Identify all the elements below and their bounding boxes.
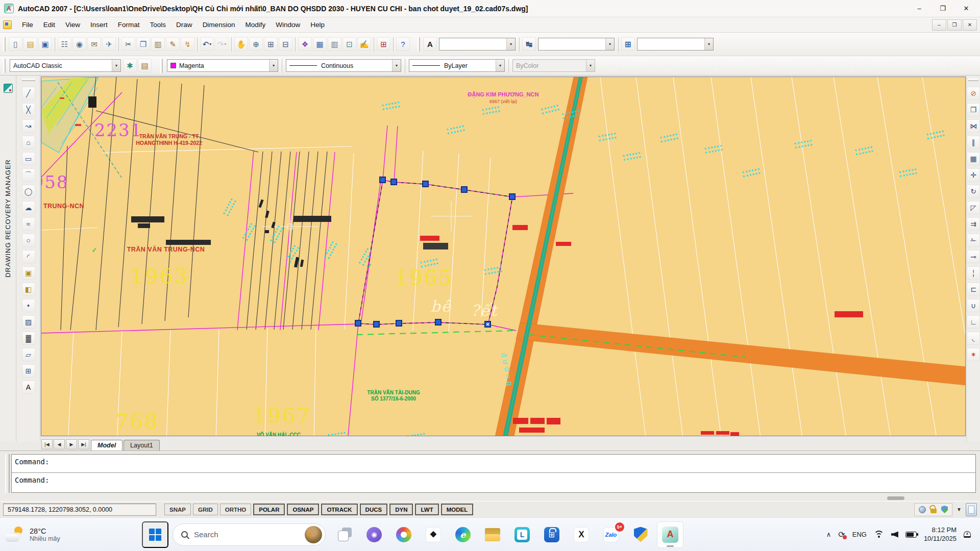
- status-toggle-polar[interactable]: POLAR: [253, 504, 285, 515]
- language-indicator[interactable]: ENG: [852, 531, 867, 538]
- text-style-button[interactable]: A: [423, 37, 437, 51]
- menu-file[interactable]: File: [17, 19, 38, 31]
- copy-button[interactable]: ❐: [136, 37, 150, 51]
- close-button[interactable]: ✕: [954, 1, 978, 16]
- status-toggle-ortho[interactable]: ORTHO: [220, 504, 252, 515]
- break-at-point-button[interactable]: ¦: [967, 266, 980, 280]
- copy-object-button[interactable]: ❐: [967, 103, 980, 116]
- wifi-icon[interactable]: [874, 531, 884, 538]
- join-button[interactable]: ∪: [967, 299, 980, 312]
- save-file-button[interactable]: ▣: [38, 37, 52, 51]
- offset-button[interactable]: ∥: [967, 136, 980, 149]
- toolbar-drag-handle[interactable]: [968, 79, 978, 81]
- color-control-select[interactable]: Magenta▾: [167, 59, 278, 72]
- explode-button[interactable]: ✶: [967, 348, 980, 361]
- markup-set-manager-button[interactable]: ✍: [357, 37, 371, 51]
- publish-button[interactable]: ✉: [87, 37, 101, 51]
- windows-security-taskbar-button[interactable]: [627, 521, 654, 548]
- gradient-button[interactable]: ▓: [22, 332, 35, 345]
- scale-button[interactable]: ◸: [967, 201, 980, 214]
- status-toggle-dyn[interactable]: DYN: [389, 504, 413, 515]
- table-style-button[interactable]: ⊞: [621, 37, 635, 51]
- match-properties-button[interactable]: ✎: [166, 37, 180, 51]
- line-button[interactable]: ╱: [22, 87, 35, 100]
- microsoft-store-taskbar-button[interactable]: ⊞: [538, 521, 565, 548]
- zoom-window-button[interactable]: ⊞: [264, 37, 278, 51]
- search-box[interactable]: Search: [173, 523, 326, 546]
- menu-insert[interactable]: Insert: [85, 19, 113, 31]
- mdi-minimize-button[interactable]: –: [932, 19, 946, 31]
- file-explorer-taskbar-button[interactable]: [479, 521, 506, 548]
- toolbar-drag-handle[interactable]: [418, 37, 420, 52]
- trim-button[interactable]: ✁: [967, 234, 980, 247]
- status-toggle-model[interactable]: MODEL: [441, 504, 474, 515]
- drawing-canvas[interactable]: 2231958196319657681967TRẦN VĂN TRUNG - T…: [41, 77, 966, 436]
- notification-bell-icon[interactable]: [964, 531, 971, 538]
- trusted-dwg-icon[interactable]: [941, 506, 948, 513]
- toolbar-lock-icon[interactable]: [930, 509, 937, 513]
- text-style-select[interactable]: ▾: [439, 38, 516, 51]
- clean-screen-button[interactable]: [966, 503, 977, 516]
- communication-center-icon[interactable]: [919, 506, 926, 513]
- selection-grip[interactable]: [390, 179, 397, 185]
- zalo-taskbar-button[interactable]: Zalo5+: [598, 521, 624, 548]
- command-resize-handle[interactable]: [887, 496, 904, 500]
- tool-palettes-button[interactable]: ▥: [328, 37, 341, 51]
- status-toggle-otrack[interactable]: OTRACK: [321, 504, 357, 515]
- menu-dimension[interactable]: Dimension: [198, 19, 240, 31]
- start-button[interactable]: [142, 521, 168, 548]
- selection-grip-hot[interactable]: ✕: [484, 321, 491, 328]
- hidden-icons-chevron-icon[interactable]: ∧: [826, 531, 831, 538]
- chamfer-button[interactable]: ∟: [967, 315, 980, 329]
- tab-nav-button-0[interactable]: |◀: [41, 439, 53, 449]
- paste-button[interactable]: ▥: [151, 37, 165, 51]
- tab-nav-button-2[interactable]: ▶: [66, 439, 77, 449]
- toolbar-drag-handle[interactable]: [3, 59, 6, 73]
- tab-nav-button-3[interactable]: ▶|: [78, 439, 89, 449]
- status-toggle-snap[interactable]: SNAP: [164, 504, 191, 515]
- selection-grip[interactable]: [355, 320, 361, 327]
- ellipse-arc-button[interactable]: ◜: [22, 250, 35, 263]
- make-block-button[interactable]: ◧: [22, 283, 35, 296]
- plot-preview-button[interactable]: ◉: [72, 37, 86, 51]
- table-button[interactable]: ⊞: [22, 364, 35, 378]
- my-workspace-button[interactable]: ▤: [138, 59, 152, 72]
- maximize-restore-button[interactable]: ❐: [931, 1, 954, 16]
- tab-model[interactable]: Model: [91, 440, 122, 451]
- designcenter-button[interactable]: ▦: [313, 37, 327, 51]
- mdi-restore-button[interactable]: ❐: [947, 19, 962, 31]
- menu-format[interactable]: Format: [113, 19, 145, 31]
- autocad-taskbar-button[interactable]: A: [657, 521, 683, 548]
- region-button[interactable]: ▱: [22, 348, 35, 361]
- rectangle-button[interactable]: ▭: [22, 152, 35, 165]
- tab-nav-button-1[interactable]: ◀: [54, 439, 65, 449]
- menu-edit[interactable]: Edit: [38, 19, 60, 31]
- x-app-taskbar-button[interactable]: Ⅹ: [568, 521, 595, 548]
- task-view-taskbar-button[interactable]: [331, 521, 358, 548]
- command-window-grip[interactable]: [5, 454, 10, 493]
- extend-button[interactable]: ⊸: [967, 250, 980, 263]
- fillet-button[interactable]: ◟: [967, 332, 980, 345]
- sheet-set-manager-button[interactable]: ⊡: [342, 37, 356, 51]
- selection-grip[interactable]: [379, 177, 386, 183]
- 3d-dwf-button[interactable]: ✈: [102, 37, 116, 51]
- status-menu-arrow-icon[interactable]: ▼: [957, 507, 962, 512]
- mdi-close-button[interactable]: ✕: [963, 19, 977, 31]
- selection-grip[interactable]: [422, 181, 429, 187]
- capcut-taskbar-button[interactable]: ❖: [420, 521, 447, 548]
- status-toggle-lwt[interactable]: LWT: [415, 504, 438, 515]
- tab-layout1[interactable]: Layout1: [124, 440, 159, 451]
- workspace-select[interactable]: AutoCAD Classic▾: [10, 59, 121, 72]
- zoom-realtime-button[interactable]: ⊕: [249, 37, 263, 51]
- mirror-button[interactable]: ⋈: [967, 119, 980, 133]
- help-button[interactable]: ?: [396, 37, 410, 51]
- weather-widget[interactable]: 28°C Nhiều mây: [5, 527, 93, 543]
- quickcalc-button[interactable]: ⊞: [377, 37, 390, 51]
- minimize-button[interactable]: –: [908, 1, 931, 16]
- clock[interactable]: 8:12 PM 10/11/2025: [924, 526, 957, 543]
- hatch-button[interactable]: ▨: [22, 315, 35, 329]
- drawing-recovery-panel[interactable]: DRAWING RECOVERY MANAGER: [0, 76, 16, 442]
- camera-taskbar-button[interactable]: ◉: [361, 521, 387, 548]
- battery-icon[interactable]: [905, 532, 917, 538]
- l-app-taskbar-button[interactable]: L: [509, 521, 535, 548]
